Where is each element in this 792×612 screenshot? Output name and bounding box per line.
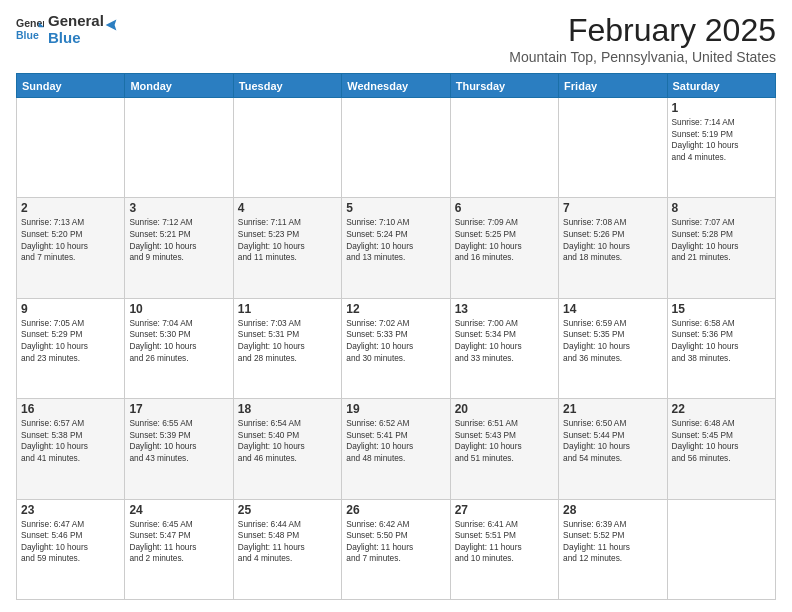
calendar-week-4: 16Sunrise: 6:57 AM Sunset: 5:38 PM Dayli… [17,399,776,499]
day-number: 22 [672,402,771,416]
day-info: Sunrise: 7:03 AM Sunset: 5:31 PM Dayligh… [238,318,337,364]
calendar-cell: 11Sunrise: 7:03 AM Sunset: 5:31 PM Dayli… [233,298,341,398]
calendar-cell: 28Sunrise: 6:39 AM Sunset: 5:52 PM Dayli… [559,499,667,599]
day-number: 1 [672,101,771,115]
calendar-cell: 4Sunrise: 7:11 AM Sunset: 5:23 PM Daylig… [233,198,341,298]
svg-marker-3 [105,20,116,31]
calendar-cell [450,98,558,198]
day-number: 17 [129,402,228,416]
day-info: Sunrise: 6:57 AM Sunset: 5:38 PM Dayligh… [21,418,120,464]
day-info: Sunrise: 6:55 AM Sunset: 5:39 PM Dayligh… [129,418,228,464]
calendar-header-row: SundayMondayTuesdayWednesdayThursdayFrid… [17,74,776,98]
calendar-cell [233,98,341,198]
day-info: Sunrise: 6:41 AM Sunset: 5:51 PM Dayligh… [455,519,554,565]
calendar-cell: 10Sunrise: 7:04 AM Sunset: 5:30 PM Dayli… [125,298,233,398]
day-number: 23 [21,503,120,517]
day-number: 16 [21,402,120,416]
calendar-cell: 24Sunrise: 6:45 AM Sunset: 5:47 PM Dayli… [125,499,233,599]
day-info: Sunrise: 7:11 AM Sunset: 5:23 PM Dayligh… [238,217,337,263]
weekday-header-tuesday: Tuesday [233,74,341,98]
day-info: Sunrise: 6:47 AM Sunset: 5:46 PM Dayligh… [21,519,120,565]
calendar-cell: 26Sunrise: 6:42 AM Sunset: 5:50 PM Dayli… [342,499,450,599]
calendar-cell: 23Sunrise: 6:47 AM Sunset: 5:46 PM Dayli… [17,499,125,599]
weekday-header-saturday: Saturday [667,74,775,98]
day-number: 10 [129,302,228,316]
day-info: Sunrise: 6:50 AM Sunset: 5:44 PM Dayligh… [563,418,662,464]
day-number: 25 [238,503,337,517]
weekday-header-monday: Monday [125,74,233,98]
calendar-cell: 18Sunrise: 6:54 AM Sunset: 5:40 PM Dayli… [233,399,341,499]
month-title: February 2025 [509,12,776,49]
calendar-cell: 20Sunrise: 6:51 AM Sunset: 5:43 PM Dayli… [450,399,558,499]
day-number: 9 [21,302,120,316]
weekday-header-wednesday: Wednesday [342,74,450,98]
day-info: Sunrise: 7:00 AM Sunset: 5:34 PM Dayligh… [455,318,554,364]
calendar-cell [342,98,450,198]
day-number: 21 [563,402,662,416]
logo-line2: Blue [48,29,104,46]
calendar-cell: 5Sunrise: 7:10 AM Sunset: 5:24 PM Daylig… [342,198,450,298]
logo-icon: General Blue [16,15,44,43]
day-number: 4 [238,201,337,215]
calendar-cell [667,499,775,599]
day-info: Sunrise: 6:51 AM Sunset: 5:43 PM Dayligh… [455,418,554,464]
day-info: Sunrise: 6:42 AM Sunset: 5:50 PM Dayligh… [346,519,445,565]
location-title: Mountain Top, Pennsylvania, United State… [509,49,776,65]
calendar-cell: 16Sunrise: 6:57 AM Sunset: 5:38 PM Dayli… [17,399,125,499]
page: General Blue General Blue February 2025 … [0,0,792,612]
calendar-cell: 17Sunrise: 6:55 AM Sunset: 5:39 PM Dayli… [125,399,233,499]
day-number: 11 [238,302,337,316]
day-info: Sunrise: 7:07 AM Sunset: 5:28 PM Dayligh… [672,217,771,263]
day-number: 6 [455,201,554,215]
calendar-cell: 21Sunrise: 6:50 AM Sunset: 5:44 PM Dayli… [559,399,667,499]
day-info: Sunrise: 7:09 AM Sunset: 5:25 PM Dayligh… [455,217,554,263]
day-number: 8 [672,201,771,215]
day-number: 7 [563,201,662,215]
day-info: Sunrise: 7:04 AM Sunset: 5:30 PM Dayligh… [129,318,228,364]
calendar-cell [125,98,233,198]
day-info: Sunrise: 7:02 AM Sunset: 5:33 PM Dayligh… [346,318,445,364]
weekday-header-friday: Friday [559,74,667,98]
calendar-cell: 12Sunrise: 7:02 AM Sunset: 5:33 PM Dayli… [342,298,450,398]
calendar-week-1: 1Sunrise: 7:14 AM Sunset: 5:19 PM Daylig… [17,98,776,198]
calendar-table: SundayMondayTuesdayWednesdayThursdayFrid… [16,73,776,600]
weekday-header-sunday: Sunday [17,74,125,98]
calendar-cell: 15Sunrise: 6:58 AM Sunset: 5:36 PM Dayli… [667,298,775,398]
logo-line1: General [48,12,104,29]
header: General Blue General Blue February 2025 … [16,12,776,65]
day-number: 14 [563,302,662,316]
day-info: Sunrise: 7:14 AM Sunset: 5:19 PM Dayligh… [672,117,771,163]
day-info: Sunrise: 7:13 AM Sunset: 5:20 PM Dayligh… [21,217,120,263]
logo-arrow-icon [102,16,120,34]
day-number: 24 [129,503,228,517]
calendar-cell: 1Sunrise: 7:14 AM Sunset: 5:19 PM Daylig… [667,98,775,198]
day-info: Sunrise: 6:39 AM Sunset: 5:52 PM Dayligh… [563,519,662,565]
day-number: 5 [346,201,445,215]
day-number: 15 [672,302,771,316]
day-info: Sunrise: 6:58 AM Sunset: 5:36 PM Dayligh… [672,318,771,364]
calendar-week-5: 23Sunrise: 6:47 AM Sunset: 5:46 PM Dayli… [17,499,776,599]
weekday-header-thursday: Thursday [450,74,558,98]
day-number: 18 [238,402,337,416]
calendar-cell: 14Sunrise: 6:59 AM Sunset: 5:35 PM Dayli… [559,298,667,398]
day-info: Sunrise: 6:59 AM Sunset: 5:35 PM Dayligh… [563,318,662,364]
calendar-cell: 6Sunrise: 7:09 AM Sunset: 5:25 PM Daylig… [450,198,558,298]
day-info: Sunrise: 7:10 AM Sunset: 5:24 PM Dayligh… [346,217,445,263]
day-info: Sunrise: 6:48 AM Sunset: 5:45 PM Dayligh… [672,418,771,464]
calendar-cell: 2Sunrise: 7:13 AM Sunset: 5:20 PM Daylig… [17,198,125,298]
calendar-cell: 7Sunrise: 7:08 AM Sunset: 5:26 PM Daylig… [559,198,667,298]
day-info: Sunrise: 6:54 AM Sunset: 5:40 PM Dayligh… [238,418,337,464]
calendar-cell: 25Sunrise: 6:44 AM Sunset: 5:48 PM Dayli… [233,499,341,599]
logo: General Blue General Blue [16,12,120,47]
calendar-cell [559,98,667,198]
calendar-cell: 13Sunrise: 7:00 AM Sunset: 5:34 PM Dayli… [450,298,558,398]
calendar-week-3: 9Sunrise: 7:05 AM Sunset: 5:29 PM Daylig… [17,298,776,398]
day-number: 28 [563,503,662,517]
calendar-cell: 8Sunrise: 7:07 AM Sunset: 5:28 PM Daylig… [667,198,775,298]
day-info: Sunrise: 7:05 AM Sunset: 5:29 PM Dayligh… [21,318,120,364]
calendar-cell: 9Sunrise: 7:05 AM Sunset: 5:29 PM Daylig… [17,298,125,398]
calendar-cell: 27Sunrise: 6:41 AM Sunset: 5:51 PM Dayli… [450,499,558,599]
day-info: Sunrise: 6:45 AM Sunset: 5:47 PM Dayligh… [129,519,228,565]
day-number: 20 [455,402,554,416]
svg-text:Blue: Blue [16,29,39,41]
